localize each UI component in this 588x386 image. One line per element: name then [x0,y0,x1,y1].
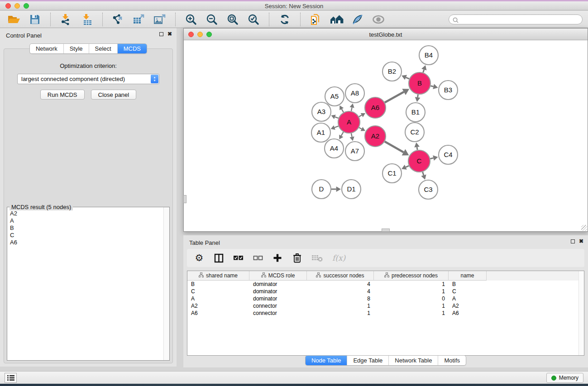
open-session-icon[interactable] [5,12,23,27]
tab-motifs[interactable]: Motifs [438,356,466,365]
zoom-in-icon[interactable] [182,12,200,27]
column-header-shared-name[interactable]: shared name [187,271,249,281]
network-left-scrollbar-thumb[interactable] [183,195,186,203]
mcds-tab-content: Optimization criterion: largest connecte… [4,48,173,363]
table-cell: 8 [307,295,374,302]
delete-table-icon [311,253,323,263]
close-panel-icon[interactable]: ✖ [167,32,172,37]
network-view-window[interactable]: testGlobe.txt AA1A2A3A4A5A6A7A8BB1B2B3B4… [183,28,588,232]
table-cell: dominator [249,281,307,288]
tab-edge-table[interactable]: Edge Table [347,356,388,365]
mcds-result-box: MCDS result (5 nodes) A2ABCA6 [7,207,170,361]
mcds-result-item[interactable]: A [10,217,163,224]
tab-network-table[interactable]: Network Table [388,356,438,365]
svg-text:A3: A3 [317,108,325,115]
mcds-result-item[interactable]: A6 [10,239,163,246]
table-cell: A [449,295,487,302]
select-all-columns-icon[interactable] [233,253,244,263]
table-cell: 0 [374,295,449,302]
table-cell: 1 [374,281,449,288]
svg-text:B4: B4 [425,51,433,59]
run-mcds-button[interactable]: Run MCDS [40,90,85,100]
new-network-icon[interactable] [307,12,325,27]
table-row[interactable]: Adominator80A [187,295,584,302]
node-table[interactable]: shared nameMCDS rolesuccessor nodesprede… [187,271,584,356]
table-cell: B [187,281,249,288]
table-cell: 4 [307,288,374,295]
svg-text:C4: C4 [444,151,452,158]
table-toolbar: ⚙f(x) [187,249,584,267]
table-cell: C [187,288,249,295]
birdseye-icon[interactable] [370,12,387,27]
table-cell: connector [249,302,307,310]
table-row[interactable]: A2connector11A2 [187,302,584,310]
table-panel-title: Table Panel [189,239,220,246]
network-bottom-scrollbar-thumb[interactable] [382,229,390,232]
network-canvas[interactable]: AA1A2A3A4A5A6A7A8BB1B2B3B4CC1C2C3C4DD1 [184,41,588,231]
column-header-MCDS-role[interactable]: MCDS role [249,271,307,281]
svg-text:C1: C1 [387,169,396,177]
delete-columns-icon[interactable] [292,253,302,263]
table-scrollbar[interactable] [578,271,584,355]
export-image-icon[interactable] [151,12,168,27]
import-table-icon[interactable] [78,12,96,27]
mcds-result-item[interactable]: A2 [10,210,163,217]
search-input[interactable] [449,14,583,24]
tab-style[interactable]: Style [63,44,89,53]
close-table-panel-icon[interactable]: ✖ [579,239,583,244]
svg-text:A6: A6 [371,104,379,111]
network-resize-grip[interactable] [581,225,587,231]
float-panel-icon[interactable] [159,32,163,36]
memory-button[interactable]: Memory [546,373,583,383]
show-task-history-button[interactable] [5,373,17,383]
save-session-icon[interactable] [26,12,43,27]
column-header-successor-nodes[interactable]: successor nodes [307,271,374,281]
table-row[interactable]: Bdominator41B [187,281,584,288]
control-panel-header: Control Panel ✖ [0,28,177,43]
toolbar-separator [50,13,51,26]
show-columns-icon[interactable] [214,253,224,263]
mcds-result-list[interactable]: A2ABCA6 [7,208,163,360]
create-column-icon[interactable] [272,253,282,263]
import-network-icon[interactable] [57,12,75,27]
export-network-icon[interactable] [110,12,127,27]
table-cell: 1 [307,310,374,317]
hide-details-icon[interactable] [349,12,366,27]
result-scrollbar[interactable] [163,207,169,360]
zoom-out-icon[interactable] [203,12,220,27]
hierarchy-icon [384,272,389,279]
export-table-icon[interactable] [130,12,148,27]
zoom-fit-icon[interactable] [224,12,241,27]
table-row[interactable]: A6connector11A6 [187,310,584,317]
refresh-icon[interactable] [276,12,293,27]
memory-label: Memory [559,375,578,381]
mcds-result-item[interactable]: B [10,224,163,232]
optimization-criterion-select[interactable]: largest connected component (directed) ▲… [17,74,159,84]
tab-network[interactable]: Network [30,44,63,53]
tab-mcds[interactable]: MCDS [117,44,147,53]
tab-node-table[interactable]: Node Table [306,356,347,365]
home-icon[interactable] [328,12,345,27]
settings-gear-icon[interactable]: ⚙ [194,253,204,263]
column-header-name[interactable]: name [449,271,487,281]
main-titlebar[interactable]: Session: New Session [0,1,588,10]
main-toolbar [0,11,588,28]
hierarchy-icon [261,272,266,279]
svg-text:D: D [319,185,324,193]
network-window-titlebar[interactable]: testGlobe.txt [184,29,588,40]
column-header-predecessor-nodes[interactable]: predecessor nodes [374,271,449,281]
network-graph: AA1A2A3A4A5A6A7A8BB1B2B3B4CC1C2C3C4DD1 [184,41,588,232]
application-window: Session: New Session Control Panel ✖ Net… [0,0,588,386]
close-panel-button[interactable]: Close panel [91,90,137,100]
unselect-all-columns-icon[interactable] [253,253,263,263]
zoom-selected-icon[interactable] [245,12,262,27]
table-cell: A6 [449,310,487,317]
mcds-result-item[interactable]: C [10,232,163,239]
svg-text:A: A [347,118,351,126]
tab-select[interactable]: Select [89,44,117,53]
task-list-icon [7,375,14,381]
svg-text:C3: C3 [424,186,432,193]
table-row[interactable]: Cdominator41C [187,288,584,295]
float-table-panel-icon[interactable] [571,239,575,243]
function-builder-icon: f(x) [332,253,345,263]
